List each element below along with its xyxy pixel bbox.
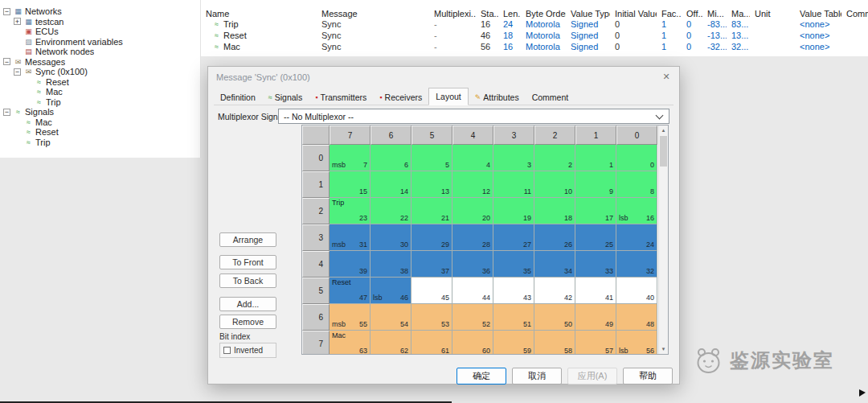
bit-cell[interactable]: 48: [616, 304, 657, 331]
bit-cell[interactable]: 30: [371, 224, 411, 251]
close-icon[interactable]: ✕: [653, 67, 679, 87]
column-header-ma[interactable]: Ma...: [727, 9, 750, 19]
bit-cell[interactable]: 18: [534, 198, 575, 224]
bit-cell[interactable]: 9: [575, 171, 616, 198]
tree-item-testcan[interactable]: +▦testcan: [0, 17, 200, 27]
bit-cell[interactable]: 1: [575, 145, 616, 171]
bit-cell[interactable]: 8: [616, 171, 657, 198]
bit-cell[interactable]: 41: [575, 278, 616, 304]
inverted-checkbox[interactable]: [223, 347, 231, 354]
column-header-off[interactable]: Off...: [682, 9, 702, 19]
tab-layout[interactable]: Layout: [428, 88, 469, 105]
add-button[interactable]: Add...: [219, 297, 276, 311]
bit-cell[interactable]: lsb56: [616, 331, 657, 355]
bit-cell[interactable]: 34: [534, 251, 575, 278]
bit-cell[interactable]: Reset47: [330, 278, 371, 304]
bit-cell[interactable]: 4: [452, 145, 493, 171]
bit-cell[interactable]: msb31: [330, 224, 371, 251]
bit-cell[interactable]: 35: [493, 251, 534, 278]
column-header-initialvalue[interactable]: Initial Value: [610, 9, 657, 19]
bit-cell[interactable]: 12: [452, 171, 493, 198]
bit-cell[interactable]: 2: [534, 145, 575, 171]
tree-item-reset[interactable]: ≈Reset: [0, 127, 200, 138]
tree-item-messages[interactable]: −✉Messages: [0, 57, 200, 68]
bit-cell[interactable]: 22: [371, 198, 411, 224]
help-button[interactable]: 帮助: [623, 368, 673, 384]
bit-cell[interactable]: 25: [575, 224, 616, 251]
bit-cell[interactable]: 51: [493, 304, 534, 331]
bit-cell[interactable]: 11: [493, 171, 534, 198]
tree-item-environment-variables[interactable]: ▨Environment variables: [0, 37, 200, 47]
bit-cell[interactable]: lsb46: [371, 278, 411, 304]
bit-cell[interactable]: 14: [371, 171, 411, 198]
bit-cell[interactable]: 40: [616, 278, 657, 304]
bit-cell[interactable]: Mac63: [330, 331, 371, 355]
to-front-button[interactable]: To Front: [219, 255, 276, 269]
to-back-button[interactable]: To Back: [219, 273, 276, 288]
bit-cell[interactable]: 37: [411, 251, 452, 278]
tree-item-mac[interactable]: ≈Mac: [0, 87, 200, 97]
column-header-len[interactable]: Len...: [498, 9, 521, 19]
scrollbar-thumb[interactable]: [660, 136, 667, 167]
bit-cell[interactable]: 44: [452, 278, 493, 304]
tree-item-sync-0x100[interactable]: −✉Sync (0x100): [0, 67, 200, 77]
bit-cell[interactable]: 58: [534, 331, 575, 355]
bit-cell[interactable]: msb55: [330, 304, 371, 331]
column-header-sta[interactable]: Sta...: [476, 9, 498, 19]
column-header-comm[interactable]: Comm...: [841, 9, 868, 19]
column-header-name[interactable]: Name: [201, 9, 317, 19]
expand-icon[interactable]: +: [14, 18, 21, 25]
column-header-byteorder[interactable]: Byte Order: [521, 9, 566, 19]
bit-cell[interactable]: 49: [575, 304, 616, 331]
bit-cell[interactable]: 27: [493, 224, 534, 251]
arrange-button[interactable]: Arrange: [219, 232, 276, 247]
bit-cell[interactable]: msb7: [330, 145, 371, 171]
bit-cell[interactable]: 42: [534, 278, 575, 304]
collapse-icon[interactable]: −: [14, 68, 21, 76]
grid-scrollbar[interactable]: ▲ ▼: [658, 125, 668, 354]
tree-item-ecus[interactable]: ▣ECUs: [0, 27, 200, 37]
remove-button[interactable]: Remove: [219, 315, 276, 329]
bit-cell[interactable]: 3: [493, 145, 534, 171]
tree-item-networks[interactable]: −▦Networks: [0, 6, 200, 17]
table-row[interactable]: ≈ResetSync-4618MotorolaSigned010-13...13…: [201, 30, 868, 41]
bit-cell[interactable]: 13: [411, 171, 452, 198]
tab-receivers[interactable]: ▪Receivers: [373, 89, 428, 105]
bit-cell[interactable]: 61: [411, 331, 452, 355]
tree-item-mac[interactable]: ≈Mac: [0, 117, 200, 128]
dialog-titlebar[interactable]: Message 'Sync' (0x100) ✕: [208, 67, 679, 87]
scroll-down-icon[interactable]: ▼: [659, 344, 668, 354]
bit-cell[interactable]: 28: [452, 224, 493, 251]
tree-item-trip[interactable]: ≈Trip: [0, 138, 200, 148]
bit-cell[interactable]: 20: [452, 198, 493, 224]
bit-cell[interactable]: 60: [452, 331, 493, 355]
bit-cell[interactable]: 54: [371, 304, 411, 331]
collapse-icon[interactable]: −: [3, 8, 10, 15]
bit-cell[interactable]: 32: [616, 251, 657, 278]
bit-cell[interactable]: 50: [534, 304, 575, 331]
column-header-message[interactable]: Message: [317, 9, 429, 19]
collapse-icon[interactable]: −: [3, 109, 10, 116]
bit-cell[interactable]: 33: [575, 251, 616, 278]
bit-cell[interactable]: 53: [411, 304, 452, 331]
bit-cell[interactable]: 5: [411, 145, 452, 171]
bit-cell[interactable]: 26: [534, 224, 575, 251]
column-header-fac[interactable]: Fac...: [657, 9, 682, 19]
tree-item-reset[interactable]: ≈Reset: [0, 77, 200, 88]
tab-comment[interactable]: Comment: [526, 89, 575, 105]
bit-cell[interactable]: 52: [452, 304, 493, 331]
bit-cell[interactable]: 59: [493, 331, 534, 355]
column-header-valuetable[interactable]: Value Table: [795, 9, 841, 19]
column-header-mi[interactable]: Mi...: [702, 9, 727, 19]
multiplexor-select[interactable]: -- No Multiplexor --: [278, 109, 669, 124]
ok-button[interactable]: 确定: [457, 368, 506, 384]
bit-cell[interactable]: 62: [371, 331, 411, 355]
bit-cell[interactable]: 45: [411, 278, 452, 304]
bit-cell[interactable]: 43: [493, 278, 534, 304]
bit-cell[interactable]: 39: [330, 251, 371, 278]
bit-cell[interactable]: 19: [493, 198, 534, 224]
bit-cell[interactable]: 15: [330, 171, 371, 198]
scroll-up-icon[interactable]: ▲: [659, 125, 668, 135]
bit-cell[interactable]: 6: [371, 145, 411, 171]
column-header-multiplexi[interactable]: Multiplexi...: [429, 9, 476, 19]
